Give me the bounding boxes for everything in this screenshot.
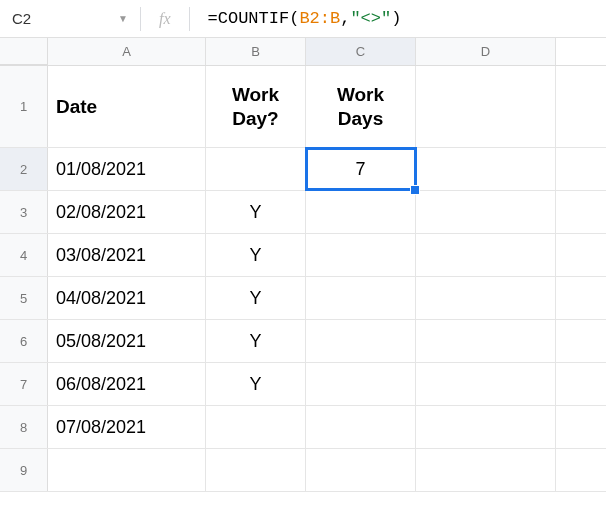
cell-A9[interactable] <box>48 449 206 491</box>
formula-eq: = <box>208 9 218 28</box>
row-header-9[interactable]: 9 <box>0 449 48 491</box>
formula-close: ) <box>391 9 401 28</box>
cell-B1[interactable]: Work Day? <box>206 66 306 147</box>
cell-C9[interactable] <box>306 449 416 491</box>
cell-A8[interactable]: 07/08/2021 <box>48 406 206 448</box>
cell-A1[interactable]: Date <box>48 66 206 147</box>
row-header-1[interactable]: 1 <box>0 66 48 147</box>
col-header-C[interactable]: C <box>306 38 416 65</box>
cell-B6[interactable]: Y <box>206 320 306 362</box>
formula-fn: COUNTIF <box>218 9 289 28</box>
table-row: 4 03/08/2021 Y <box>0 234 606 277</box>
cell-D4[interactable] <box>416 234 556 276</box>
cell-A6[interactable]: 05/08/2021 <box>48 320 206 362</box>
cell-B7[interactable]: Y <box>206 363 306 405</box>
cell-B4[interactable]: Y <box>206 234 306 276</box>
row-header-7[interactable]: 7 <box>0 363 48 405</box>
cell-D8[interactable] <box>416 406 556 448</box>
table-row: 2 01/08/2021 7 <box>0 148 606 191</box>
row-header-6[interactable]: 6 <box>0 320 48 362</box>
cell-D1[interactable] <box>416 66 556 147</box>
table-row: 6 05/08/2021 Y <box>0 320 606 363</box>
col-header-D[interactable]: D <box>416 38 556 65</box>
cell-A4[interactable]: 03/08/2021 <box>48 234 206 276</box>
cell-B2[interactable] <box>206 148 306 190</box>
table-row: 1 Date Work Day? Work Days <box>0 66 606 148</box>
cell-A3[interactable]: 02/08/2021 <box>48 191 206 233</box>
cell-C7[interactable] <box>306 363 416 405</box>
name-box[interactable]: C2 ▼ <box>0 0 140 37</box>
formula-ref: B2:B <box>299 9 340 28</box>
row-header-4[interactable]: 4 <box>0 234 48 276</box>
row-header-5[interactable]: 5 <box>0 277 48 319</box>
fill-handle[interactable] <box>410 185 420 195</box>
cell-C1[interactable]: Work Days <box>306 66 416 147</box>
cell-C2[interactable]: 7 <box>306 148 416 190</box>
name-box-dropdown-icon[interactable]: ▼ <box>118 13 128 24</box>
column-headers-row: A B C D <box>0 38 606 66</box>
cell-D3[interactable] <box>416 191 556 233</box>
formula-comma: , <box>340 9 350 28</box>
fx-icon: fx <box>141 10 189 28</box>
table-row: 9 <box>0 449 606 492</box>
cell-D2[interactable] <box>416 148 556 190</box>
row-header-3[interactable]: 3 <box>0 191 48 233</box>
name-box-value: C2 <box>12 10 31 27</box>
formula-str: "<>" <box>350 9 391 28</box>
cell-B8[interactable] <box>206 406 306 448</box>
cell-B3[interactable]: Y <box>206 191 306 233</box>
cell-D7[interactable] <box>416 363 556 405</box>
cell-C6[interactable] <box>306 320 416 362</box>
cell-A2[interactable]: 01/08/2021 <box>48 148 206 190</box>
cell-C5[interactable] <box>306 277 416 319</box>
cell-A5[interactable]: 04/08/2021 <box>48 277 206 319</box>
cell-D6[interactable] <box>416 320 556 362</box>
cell-A7[interactable]: 06/08/2021 <box>48 363 206 405</box>
cell-B5[interactable]: Y <box>206 277 306 319</box>
cell-C8[interactable] <box>306 406 416 448</box>
table-row: 5 04/08/2021 Y <box>0 277 606 320</box>
table-row: 3 02/08/2021 Y <box>0 191 606 234</box>
select-all-corner[interactable] <box>0 38 48 65</box>
col-header-B[interactable]: B <box>206 38 306 65</box>
formula-bar: C2 ▼ fx = COUNTIF ( B2:B , "<>" ) <box>0 0 606 38</box>
cell-D5[interactable] <box>416 277 556 319</box>
col-header-A[interactable]: A <box>48 38 206 65</box>
spreadsheet-grid: A B C D 1 Date Work Day? Work Days 2 01/… <box>0 38 606 492</box>
table-row: 7 06/08/2021 Y <box>0 363 606 406</box>
cell-C3[interactable] <box>306 191 416 233</box>
table-row: 8 07/08/2021 <box>0 406 606 449</box>
cell-C4[interactable] <box>306 234 416 276</box>
row-header-2[interactable]: 2 <box>0 148 48 190</box>
cell-D9[interactable] <box>416 449 556 491</box>
row-header-8[interactable]: 8 <box>0 406 48 448</box>
cell-B9[interactable] <box>206 449 306 491</box>
formula-open: ( <box>289 9 299 28</box>
formula-input[interactable]: = COUNTIF ( B2:B , "<>" ) <box>190 0 606 37</box>
